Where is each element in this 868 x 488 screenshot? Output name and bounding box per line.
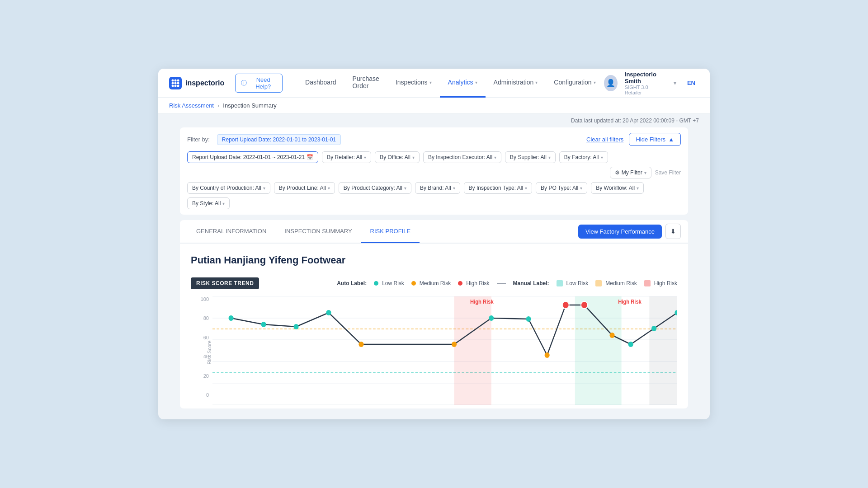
y-tick-60: 60 — [203, 335, 209, 340]
data-point-0 — [229, 315, 234, 321]
factory-title: Putian Hanjiang Yifeng Footwear — [191, 254, 677, 266]
data-updated-bar: Data last updated at: 20 Apr 2022 00:00:… — [158, 114, 710, 127]
inspection-type-filter[interactable]: By Inspection Type: All ▾ — [464, 182, 533, 194]
chart-legend: Auto Label: Low Risk Medium Risk High Ri… — [337, 280, 677, 286]
svg-point-7 — [172, 84, 174, 87]
data-updated-text: Data last updated at: 20 Apr 2022 00:00:… — [571, 117, 699, 124]
auto-label: Auto Label: — [337, 280, 367, 286]
tab-risk-profile[interactable]: RISK PROFILE — [361, 221, 420, 243]
country-filter[interactable]: By Country of Production: All ▾ — [187, 182, 270, 194]
product-line-filter[interactable]: By Product Line: All ▾ — [274, 182, 335, 194]
my-filter-dropdown[interactable]: ⚙ My Filter ▾ — [610, 167, 651, 178]
inspection-type-chevron-icon: ▾ — [525, 186, 527, 191]
logo-area: inspectorio — [169, 77, 224, 89]
data-point-8 — [545, 352, 550, 358]
legend-auto-high: High Risk — [458, 280, 489, 286]
nav-inspections[interactable]: Inspections ▾ — [387, 69, 440, 98]
download-button[interactable]: ⬇ — [665, 224, 681, 239]
risk-score-trend-badge: RISK SCORE TREND — [191, 277, 259, 289]
user-chevron-icon: ▾ — [674, 80, 676, 86]
filter-section: Filter by: Report Upload Date: 2022-01-0… — [180, 127, 688, 215]
data-point-10 — [581, 301, 588, 309]
logo-icon — [169, 77, 182, 89]
my-filter-chevron-icon: ▾ — [644, 170, 646, 175]
tab-general-information[interactable]: GENERAL INFORMATION — [187, 221, 275, 243]
zone-low1 — [575, 296, 622, 405]
legend-manual-low: Low Risk — [557, 280, 589, 286]
inspection-executor-filter[interactable]: By Inspection Executor: All ▾ — [423, 151, 501, 163]
navbar: inspectorio ⓘ Need Help? Dashboard Purch… — [158, 69, 710, 98]
chart-section: Putian Hanjiang Yifeng Footwear RISK SCO… — [180, 244, 688, 408]
data-point-3 — [326, 310, 331, 315]
user-name: Inspectorio Smith — [625, 71, 666, 84]
nav-purchase-order[interactable]: Purchase Order — [344, 69, 387, 98]
breadcrumb-separator: › — [217, 102, 219, 109]
administration-chevron: ▾ — [535, 80, 538, 85]
data-point-6 — [489, 315, 494, 321]
high-risk-label-2: High Risk — [618, 299, 642, 305]
chart-container-outer: Putian Hanjiang Yifeng Footwear RISK SCO… — [158, 244, 710, 419]
style-filter[interactable]: By Style: All ▾ — [187, 197, 230, 209]
legend-manual-medium: Medium Risk — [595, 280, 637, 286]
product-cat-chevron-icon: ▾ — [404, 186, 406, 191]
save-filter-button[interactable]: Save Filter — [655, 167, 681, 178]
svg-point-2 — [175, 79, 177, 81]
filter-icon: ⚙ — [615, 169, 620, 176]
svg-point-9 — [177, 84, 179, 87]
supplier-filter[interactable]: By Supplier: All ▾ — [505, 151, 556, 163]
style-chevron-icon: ▾ — [222, 201, 225, 206]
need-help-button[interactable]: ⓘ Need Help? — [235, 74, 283, 93]
chart-header: RISK SCORE TREND Auto Label: Low Risk Me… — [191, 277, 677, 289]
high-risk-label-1: High Risk — [470, 299, 494, 305]
clear-all-filters-button[interactable]: Clear all filters — [586, 136, 623, 143]
manual-low-swatch — [557, 280, 563, 286]
nav-analytics[interactable]: Analytics ▾ — [440, 69, 486, 98]
zone-gray1 — [649, 296, 677, 405]
data-point-9 — [562, 301, 569, 309]
language-button[interactable]: EN — [684, 78, 699, 88]
data-point-11 — [609, 333, 614, 338]
nav-dashboard[interactable]: Dashboard — [297, 69, 344, 98]
hide-filters-button[interactable]: Hide Filters ▲ — [629, 133, 681, 146]
svg-point-1 — [172, 79, 174, 81]
tab-inspection-summary[interactable]: INSPECTION SUMMARY — [275, 221, 361, 243]
configuration-chevron: ▾ — [594, 80, 596, 85]
product-category-filter[interactable]: By Product Category: All ▾ — [339, 182, 411, 194]
manual-high-swatch — [644, 280, 651, 286]
nav-configuration[interactable]: Configuration ▾ — [546, 69, 604, 98]
legend-auto-medium: Medium Risk — [411, 280, 451, 286]
po-type-chevron-icon: ▾ — [580, 186, 582, 191]
workflow-filter[interactable]: By Workflow: All ▾ — [591, 182, 644, 194]
factory-filter[interactable]: By Factory: All ▾ — [559, 151, 608, 163]
medium-risk-dot — [411, 281, 416, 286]
filter-controls-row1: Report Upload Date: 2022-01-01 ~ 2023-01… — [187, 151, 681, 178]
retailer-filter[interactable]: By Retailer: All ▾ — [322, 151, 371, 163]
manual-dash-icon — [497, 283, 506, 284]
data-point-13 — [651, 326, 656, 331]
manual-medium-swatch — [595, 280, 602, 286]
supplier-chevron-icon: ▾ — [548, 155, 551, 160]
download-icon: ⬇ — [670, 228, 676, 235]
svg-point-4 — [172, 82, 174, 84]
nav-right: 👤 Inspectorio Smith SIGHT 3.0 Retailer ▾… — [604, 71, 699, 95]
hide-filters-chevron-icon: ▲ — [668, 136, 674, 143]
office-filter[interactable]: By Office: All ▾ — [375, 151, 420, 163]
svg-point-3 — [177, 79, 179, 81]
data-point-12 — [628, 342, 633, 347]
nav-administration[interactable]: Administration ▾ — [486, 69, 546, 98]
y-axis-label: Risk Score — [207, 340, 212, 364]
factory-chevron-icon: ▾ — [601, 155, 603, 160]
product-line-chevron-icon: ▾ — [328, 186, 330, 191]
data-point-2 — [293, 324, 298, 329]
breadcrumb-parent[interactable]: Risk Assessment — [169, 102, 214, 109]
view-factory-performance-button[interactable]: View Factory Performance — [578, 225, 662, 239]
filter-controls-row2: By Country of Production: All ▾ By Produ… — [187, 182, 681, 209]
data-point-1 — [261, 322, 266, 327]
data-point-4 — [359, 342, 363, 347]
y-tick-80: 80 — [203, 315, 209, 321]
po-type-filter[interactable]: By PO Type: All ▾ — [536, 182, 587, 194]
filter-by-label: Filter by: — [187, 136, 210, 143]
brand-filter[interactable]: By Brand: All ▾ — [415, 182, 460, 194]
inspections-chevron: ▾ — [429, 80, 432, 85]
date-range-filter[interactable]: Report Upload Date: 2022-01-01 ~ 2023-01… — [187, 151, 318, 163]
